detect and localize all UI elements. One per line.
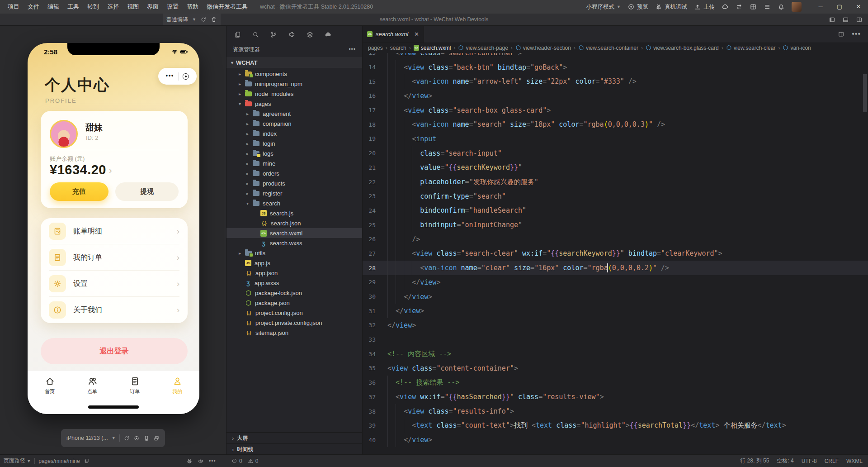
tree-item-project-config-json[interactable]: {..}project.config.json [226,308,362,318]
menubar-item[interactable]: 帮助 [183,0,203,14]
tree-item-search-wxml[interactable]: <>search.wxml [226,228,362,238]
close-capsule-icon[interactable] [183,73,189,80]
tree-item-app-json[interactable]: {..}app.json [226,268,362,278]
profile-menu-item--[interactable]: 设置› [41,271,188,297]
more-actions-icon[interactable]: ••• [852,30,861,38]
balance-row[interactable]: ¥1634.20 › [50,162,112,177]
split-editor-icon[interactable] [838,31,844,38]
code-line[interactable]: 18 <van-icon name="search" size="18px" c… [363,117,868,132]
panel-section--[interactable]: ›时间线 [226,443,362,455]
tree-item-project-private-config-json[interactable]: {..}project.private.config.json [226,318,362,328]
menubar-item[interactable]: 视图 [123,0,143,14]
code-line[interactable]: 21 value="{{searchKeyword}}" [363,161,868,175]
status-item[interactable]: WXML [846,458,863,464]
git-icon[interactable] [270,31,278,38]
tree-item-search-wxss[interactable]: ʒsearch.wxss [226,238,362,248]
menubar-item[interactable]: 文件 [24,0,43,14]
menubar-item[interactable]: 设置 [163,0,183,14]
profile-menu-item--[interactable]: 关于我们› [41,297,188,323]
tree-item-package-lock-json[interactable]: package-lock.json [226,288,362,298]
breadcrumb-item-view-search-clear[interactable]: view.search-clear [726,45,776,51]
menubar-item[interactable]: 转到 [83,0,103,14]
extensions-icon[interactable] [288,31,296,38]
panel-section--[interactable]: ›大屏 [226,432,362,443]
tree-item-login[interactable]: ▸login [226,138,362,148]
more-actions-icon[interactable]: ••• [349,46,356,52]
hamburger-menu-icon[interactable] [764,3,771,10]
code-line[interactable]: 16 </view> [363,89,868,103]
breadcrumb-item-view-search-container[interactable]: view.search-container [578,45,638,51]
breadcrumb-item-view-search-box-glass-card[interactable]: view.search-box.glass-card [646,45,719,51]
cloud-icon[interactable] [324,31,332,38]
tree-item-products[interactable]: ▸products [226,178,362,188]
tab-search-wxml[interactable]: <> search.wxml ✕ [363,25,424,43]
breadcrumb-item-view-search-page[interactable]: view.search-page [458,45,508,51]
code-line[interactable]: 26 /> [363,232,868,247]
upload-button[interactable]: 上传 [694,3,715,11]
code-line[interactable]: 40 </view> [363,433,868,448]
profile-menu-item--[interactable]: 我的订单› [41,244,188,271]
preview-button[interactable]: 预览 [627,3,648,11]
code-line[interactable]: 30 </view> [363,290,868,304]
code-line[interactable]: 29 </view> [363,275,868,290]
compile-mode-selector[interactable]: 普通编译 [166,16,188,24]
breadcrumb-item-search[interactable]: search [390,45,406,51]
tree-item-search[interactable]: ▾search [226,198,362,208]
tree-item-components[interactable]: ▸components [226,69,362,79]
code-line[interactable]: 32</view> [363,318,868,333]
cloud-sync-icon[interactable] [722,3,729,10]
remote-debug-button[interactable]: 真机调试 [655,3,687,11]
tree-item-orders[interactable]: ▸orders [226,168,362,178]
logout-button[interactable]: 退出登录 [41,338,188,364]
layers-icon[interactable] [306,31,314,38]
status-item[interactable]: UTF-8 [802,458,817,464]
tabbar-item-home[interactable]: 首页 [38,376,62,414]
code-line[interactable]: 31 </view> [363,304,868,318]
code-line[interactable]: 20 class="search-input" [363,146,868,161]
tree-item-package-json[interactable]: package.json [226,298,362,308]
toggle-left-panel-icon[interactable] [829,16,835,23]
code-line[interactable]: 39 <text class="count-text">找到 <text cla… [363,419,868,433]
code-editor[interactable]: 13 <view class="search-container">14 <vi… [363,53,868,455]
status-item[interactable]: 空格: 4 [777,457,793,465]
tree-item-mine[interactable]: ▸mine [226,158,362,168]
breadcrumb-item-search-wxml[interactable]: <>search.wxml [414,45,451,51]
breadcrumb-item-van-icon[interactable]: van-icon [783,45,811,51]
code-line[interactable]: 23 confirm-type="search" [363,189,868,204]
page-path-selector[interactable]: 页面路径 ▼ [4,457,31,465]
tree-item-index[interactable]: ▸index [226,129,362,138]
code-line[interactable]: 15 <van-icon name="arrow-left" size="22p… [363,74,868,89]
tree-item-agreement[interactable]: ▸agreement [226,109,362,119]
capsule-button[interactable]: ••• [158,68,197,85]
close-button[interactable]: ✕ [849,0,868,14]
files-icon[interactable] [234,31,241,38]
record-icon[interactable] [133,435,140,442]
tree-item-register[interactable]: ▸register [226,188,362,198]
tree-item-pages[interactable]: ▾pages [226,99,362,109]
tree-item-companion[interactable]: ▸companion [226,119,362,129]
device-frame-icon[interactable] [143,435,150,442]
status-item[interactable]: CRLF [825,458,839,464]
code-line[interactable]: 22 placeholder="发现你感兴趣的服务" [363,175,868,189]
menubar-item[interactable]: 微信开发者工具 [203,0,252,14]
toggle-bottom-panel-icon[interactable] [842,16,849,23]
profile-menu-item--[interactable]: 账单明细› [41,218,188,244]
status-item[interactable]: 行 28, 列 55 [740,457,769,465]
tree-item-miniprogram-npm[interactable]: ▸miniprogram_npm [226,79,362,89]
debug-status-icon[interactable] [186,458,193,464]
maximize-button[interactable]: ▢ [830,0,849,14]
menubar-item[interactable]: 项目 [4,0,24,14]
avatar[interactable] [50,120,78,148]
code-line[interactable]: 36 <!-- 搜索结果 --> [363,376,868,390]
multi-window-icon[interactable] [153,435,160,442]
tree-item-app-js[interactable]: JSapp.js [226,258,362,268]
problems-indicator[interactable]: 0 0 [231,455,258,467]
device-selector[interactable]: iPhone 12/13 (... [66,435,108,441]
menubar-item[interactable]: 工具 [63,0,83,14]
switch-project-icon[interactable] [736,3,743,10]
mode-selector[interactable]: 小程序模式▼ [586,3,621,11]
tree-item-search-json[interactable]: {..}search.json [226,218,362,228]
tree-item-utils[interactable]: ▸utils [226,248,362,258]
code-line[interactable]: 33 [363,333,868,347]
code-line[interactable]: 35<view class="content-container"> [363,361,868,376]
